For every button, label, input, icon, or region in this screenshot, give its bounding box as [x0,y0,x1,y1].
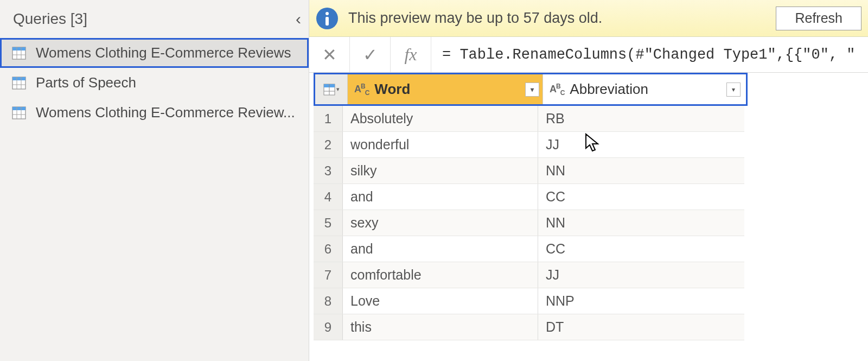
table-row[interactable]: 1 Absolutely RB [314,106,744,132]
query-list: Womens Clothing E-Commerce Reviews Parts… [0,38,309,128]
cell-word[interactable]: and [343,184,538,210]
svg-rect-11 [12,107,25,110]
text-type-icon: ABC [354,83,369,97]
cell-abbreviation[interactable]: CC [538,184,739,210]
column-filter-abbrev[interactable]: ▾ [726,83,741,97]
table-row[interactable]: 4 and CC [314,184,744,210]
query-item[interactable]: Parts of Speech [0,68,309,98]
refresh-button[interactable]: Refresh [776,7,861,30]
svg-rect-1 [12,47,25,50]
table-row[interactable]: 6 and CC [314,236,744,262]
query-item[interactable]: Womens Clothing E-Commerce Review... [0,98,309,128]
cell-abbreviation[interactable]: JJ [538,262,739,288]
preview-age-banner: This preview may be up to 57 days old. R… [309,0,868,37]
row-number[interactable]: 4 [314,184,343,210]
row-number[interactable]: 9 [314,314,343,340]
row-number[interactable]: 8 [314,288,343,314]
svg-point-16 [326,12,329,15]
text-type-icon: ABC [550,83,564,97]
table-row[interactable]: 7 comfortable JJ [314,262,744,288]
row-number[interactable]: 3 [314,158,343,183]
chevron-down-icon: ▾ [336,86,340,93]
table-row[interactable]: 8 Love NNP [314,288,744,314]
cell-word[interactable]: comfortable [343,262,538,288]
queries-pane: Queries [3] ‹ Womens Clothing E-Commerce… [0,0,309,361]
row-number[interactable]: 2 [314,132,343,157]
query-item[interactable]: Womens Clothing E-Commerce Reviews [0,38,309,68]
cell-abbreviation[interactable]: CC [538,236,739,262]
cell-abbreviation[interactable]: NNP [538,288,739,314]
banner-text: This preview may be up to 57 days old. [348,10,766,27]
svg-rect-17 [326,17,329,26]
queries-header: Queries [3] ‹ [0,0,309,38]
fx-button[interactable]: fx [391,37,431,72]
grid-header-highlight: ▾ ABC Word ▾ ABC Abbreviation ▾ [314,73,748,106]
table-row[interactable]: 5 sexy NN [314,210,744,236]
data-grid: 1 Absolutely RB 2 wonderful JJ 3 silky N… [314,106,744,340]
column-filter-word[interactable]: ▾ [525,83,539,97]
column-header-word[interactable]: ABC Word ▾ [348,74,543,104]
query-item-label: Womens Clothing E-Commerce Review... [36,104,297,121]
cell-abbreviation[interactable]: NN [538,158,739,183]
column-header-word-label: Word [374,81,410,98]
query-item-label: Parts of Speech [36,74,297,91]
collapse-pane-icon[interactable]: ‹ [296,10,301,28]
row-number[interactable]: 5 [314,210,343,236]
right-pane: This preview may be up to 57 days old. R… [309,0,868,361]
table-icon [12,77,26,90]
cell-abbreviation[interactable]: NN [538,210,739,236]
row-number[interactable]: 7 [314,262,343,288]
column-header-abbreviation[interactable]: ABC Abbreviation ▾ [543,74,744,104]
cell-word[interactable]: and [343,236,538,262]
table-row[interactable]: 9 this DT [314,314,744,340]
cell-abbreviation[interactable]: RB [538,106,739,131]
select-all-corner[interactable]: ▾ [315,74,348,104]
svg-rect-6 [12,77,25,80]
cell-abbreviation[interactable]: DT [538,314,739,340]
row-number[interactable]: 6 [314,236,343,262]
cell-word[interactable]: sexy [343,210,538,236]
accept-formula-button[interactable]: ✓ [350,37,391,72]
row-number[interactable]: 1 [314,106,343,131]
formula-input[interactable] [431,37,868,72]
formula-bar: ✕ ✓ fx [309,37,868,73]
cell-word[interactable]: Love [343,288,538,314]
table-row[interactable]: 3 silky NN [314,158,744,184]
cell-abbreviation[interactable]: JJ [538,132,739,157]
queries-title: Queries [3] [13,10,87,28]
cancel-formula-button[interactable]: ✕ [309,37,350,72]
table-icon [323,84,335,96]
cell-word[interactable]: wonderful [343,132,538,157]
column-header-abbrev-label: Abbreviation [570,81,648,98]
table-icon [12,106,26,119]
cell-word[interactable]: Absolutely [343,106,538,131]
query-item-label: Womens Clothing E-Commerce Reviews [36,45,297,61]
info-icon [316,7,339,30]
table-row[interactable]: 2 wonderful JJ [314,132,744,158]
table-icon [12,47,26,60]
cell-word[interactable]: silky [343,158,538,183]
cell-word[interactable]: this [343,314,538,340]
